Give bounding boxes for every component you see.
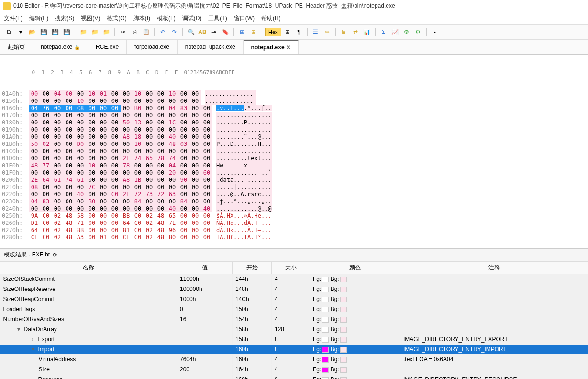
- hex-byte[interactable]: B0: [132, 105, 144, 112]
- hex-byte[interactable]: 00: [201, 141, 212, 148]
- hex-byte[interactable]: 00: [189, 155, 201, 162]
- folder-tree-button[interactable]: 📁: [89, 27, 100, 37]
- table-row[interactable]: VirtualAddress7604h160h4Fg: Bg:.text FOA…: [0, 355, 588, 365]
- hex-byte[interactable]: 00: [189, 191, 201, 198]
- hex-byte[interactable]: 00: [86, 119, 98, 126]
- hex-byte[interactable]: 00: [109, 205, 121, 212]
- hex-row[interactable]: 01D0h:00000000000000002E74657874000000..…: [2, 155, 586, 162]
- hex-byte[interactable]: 00: [63, 98, 75, 105]
- hex-byte[interactable]: 02: [52, 212, 63, 220]
- hex-byte[interactable]: 00: [52, 134, 63, 141]
- hex-byte[interactable]: 00: [52, 126, 63, 134]
- hex-byte[interactable]: 00: [189, 90, 201, 98]
- bg-color-box[interactable]: [340, 327, 347, 333]
- bg-color-box[interactable]: [340, 297, 347, 302]
- hex-byte[interactable]: 00: [29, 112, 40, 119]
- hex-byte[interactable]: 00: [109, 105, 121, 112]
- hex-byte[interactable]: 00: [166, 198, 178, 205]
- hex-byte[interactable]: 00: [178, 119, 189, 126]
- hex-byte[interactable]: 02: [144, 234, 155, 241]
- hex-byte[interactable]: 00: [201, 177, 212, 184]
- bg-color-box[interactable]: [340, 347, 347, 353]
- hex-byte[interactable]: 00: [132, 148, 144, 155]
- hex-byte[interactable]: 00: [40, 155, 52, 162]
- hex-byte[interactable]: 00: [40, 90, 52, 98]
- col-start-header[interactable]: 开始: [233, 262, 272, 274]
- hex-byte[interactable]: 00: [155, 148, 166, 155]
- hex-row[interactable]: 0250h:9AC0024858000000BBC0024865000000šÀ…: [2, 212, 586, 220]
- hex-row[interactable]: 0260h:D1C002487100000064C002487E000000ÑÀ…: [2, 220, 586, 227]
- hex-byte[interactable]: 00: [201, 227, 212, 234]
- hex-byte[interactable]: 00: [86, 155, 98, 162]
- menu-item-1[interactable]: 编辑(E): [29, 14, 48, 22]
- bg-color-box[interactable]: [340, 287, 347, 292]
- hex-byte[interactable]: 00: [121, 90, 132, 98]
- hex-byte[interactable]: 65: [166, 212, 178, 220]
- hex-byte[interactable]: 40: [166, 205, 178, 212]
- hex-byte[interactable]: 08: [29, 184, 40, 191]
- hex-byte[interactable]: 00: [109, 227, 121, 234]
- hex-row[interactable]: 0190h:00000000000000000000000000000000..…: [2, 126, 586, 134]
- open-button[interactable]: 📂: [27, 27, 37, 37]
- hex-byte[interactable]: 00: [109, 212, 121, 220]
- hex-byte[interactable]: 00: [40, 205, 52, 212]
- hex-byte[interactable]: 00: [52, 169, 63, 177]
- hex-byte[interactable]: C0: [132, 234, 144, 241]
- hex-byte[interactable]: 64: [29, 227, 40, 234]
- hex-byte[interactable]: 00: [98, 184, 109, 191]
- hex-byte[interactable]: C0: [132, 220, 144, 227]
- hex-byte[interactable]: 00: [144, 184, 155, 191]
- hex-byte[interactable]: 01: [98, 234, 109, 241]
- hex-byte[interactable]: 00: [98, 198, 109, 205]
- hex-byte[interactable]: 00: [178, 112, 189, 119]
- hex-ascii[interactable]: ÎÀ.H£...ÎÀ.H°...: [216, 234, 272, 241]
- hex-byte[interactable]: 02: [52, 234, 63, 241]
- bookmark-button[interactable]: 🔖: [220, 27, 231, 37]
- hex-byte[interactable]: 00: [201, 198, 212, 205]
- fg-color-box[interactable]: [322, 277, 329, 282]
- hex-byte[interactable]: 00: [63, 105, 75, 112]
- hex-byte[interactable]: 00: [144, 148, 155, 155]
- hex-byte[interactable]: 00: [40, 169, 52, 177]
- hex-byte[interactable]: 00: [29, 98, 40, 105]
- hex-ascii[interactable]: .ƒ...°...„...„..: [216, 198, 272, 205]
- hex-row[interactable]: 0150h:000000001000000000000000000000....…: [2, 98, 586, 105]
- hex-byte[interactable]: 00: [166, 126, 178, 134]
- hex-byte[interactable]: C0: [40, 234, 52, 241]
- hex-byte[interactable]: 00: [201, 184, 212, 191]
- hex-byte[interactable]: 00: [132, 205, 144, 212]
- hex-byte[interactable]: 00: [144, 162, 155, 169]
- col-size-header[interactable]: 大小: [272, 262, 310, 274]
- save-button[interactable]: 💾: [38, 27, 49, 37]
- fg-color-box[interactable]: [322, 367, 329, 373]
- hex-byte[interactable]: 00: [201, 112, 212, 119]
- hex-byte[interactable]: 18: [132, 134, 144, 141]
- hex-byte[interactable]: 00: [86, 227, 98, 234]
- hex-byte[interactable]: 00: [75, 169, 86, 177]
- hex-byte[interactable]: 02: [144, 227, 155, 234]
- hex-byte[interactable]: 00: [155, 98, 166, 105]
- table-row[interactable]: ▾Resource168h8Fg: Bg:IMAGE_DIRECTORY_ENT…: [0, 375, 588, 379]
- hex-byte[interactable]: 00: [201, 220, 212, 227]
- hex-ascii[interactable]: dÀ.H‹....À.H–...: [216, 227, 272, 234]
- hex-byte[interactable]: 00: [86, 148, 98, 155]
- hex-byte[interactable]: 00: [132, 184, 144, 191]
- hex-byte[interactable]: 00: [155, 112, 166, 119]
- hex-byte[interactable]: 00: [63, 112, 75, 119]
- hex-byte[interactable]: 00: [63, 191, 75, 198]
- hex-byte[interactable]: 00: [52, 119, 63, 126]
- hex-ascii[interactable]: ....@..À.rsrc...: [216, 191, 272, 198]
- hex-byte[interactable]: 00: [98, 126, 109, 134]
- hex-byte[interactable]: 00: [121, 105, 132, 112]
- hex-byte[interactable]: 00: [52, 205, 63, 212]
- hex-byte[interactable]: 00: [144, 98, 155, 105]
- menu-item-10[interactable]: 帮助(H): [261, 14, 281, 22]
- hex-byte[interactable]: 00: [98, 212, 109, 220]
- hex-row[interactable]: 0220h:00000000400000C02E72737263000000..…: [2, 191, 586, 198]
- hex-ascii[interactable]: .....|..........: [216, 184, 272, 191]
- close-icon[interactable]: ×: [287, 44, 290, 51]
- hex-byte[interactable]: 00: [109, 234, 121, 241]
- hex-row[interactable]: 01A0h:0000000000000000A818000040000000..…: [2, 134, 586, 141]
- bg-color-box[interactable]: [340, 317, 347, 323]
- hex-byte[interactable]: 04: [29, 105, 40, 112]
